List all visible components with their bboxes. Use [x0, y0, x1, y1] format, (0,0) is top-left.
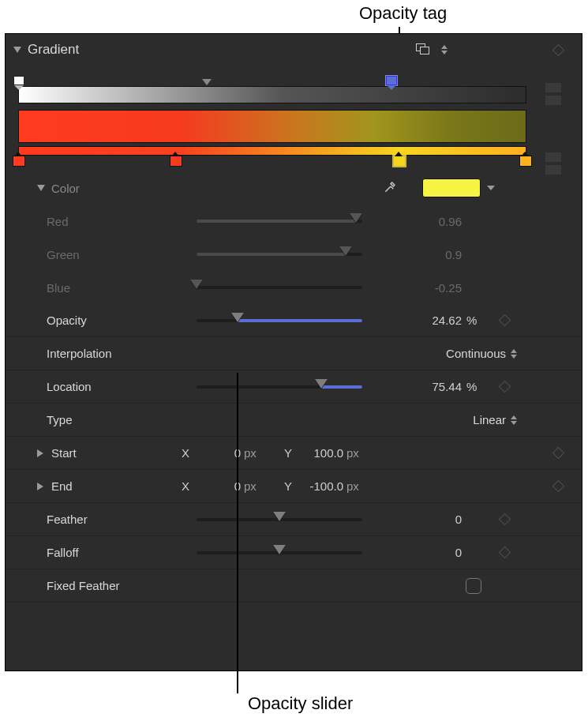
y-label: Y — [280, 446, 296, 460]
location-row: Location 75.44 % — [6, 370, 582, 404]
interpolation-row: Interpolation Continuous — [6, 337, 582, 370]
keyframe-control[interactable] — [542, 449, 574, 457]
eyedropper-icon[interactable] — [383, 178, 399, 198]
annotation-opacity-tag: Opacity tag — [359, 3, 447, 24]
opacity-value[interactable]: 24.62 — [378, 314, 465, 327]
red-row: Red 0.96 — [6, 205, 582, 238]
x-label: X — [178, 446, 193, 460]
gradient-section-header[interactable]: Gradient — [6, 34, 582, 66]
color-stop-4[interactable] — [520, 156, 531, 166]
keyframe-control[interactable] — [542, 46, 574, 54]
opacity-row: Opacity 24.62 % — [6, 304, 582, 337]
blue-row: Blue -0.25 — [6, 271, 582, 304]
popup-arrows-icon — [511, 415, 517, 425]
gradient-editor-area — [6, 66, 582, 160]
fixed-feather-label: Fixed Feather — [47, 579, 197, 592]
fixed-feather-checkbox[interactable] — [466, 578, 481, 594]
green-row: Green 0.9 — [6, 238, 582, 271]
px-unit: px — [343, 479, 367, 493]
opacity-tag-selected[interactable] — [386, 76, 397, 85]
blue-label: Blue — [47, 281, 197, 295]
color-label: Color — [51, 182, 201, 195]
opacity-distribute-icon[interactable] — [545, 83, 561, 92]
type-label: Type — [47, 413, 197, 426]
px-unit: px — [343, 446, 367, 460]
px-unit: px — [241, 479, 264, 493]
annotation-opacity-slider: Opacity slider — [248, 693, 353, 714]
disclosure-down-icon — [37, 185, 45, 191]
gradient-preview-bar[interactable] — [18, 110, 526, 143]
opacity-slider[interactable] — [197, 319, 362, 322]
green-label: Green — [47, 248, 197, 261]
red-value[interactable]: 0.96 — [378, 215, 465, 228]
opacity-tag-white[interactable] — [13, 76, 24, 85]
green-value[interactable]: 0.9 — [378, 248, 465, 261]
falloff-value[interactable]: 0 — [378, 546, 465, 559]
disclosure-down-icon — [13, 47, 21, 53]
color-distribute-icon[interactable] — [545, 152, 561, 162]
preset-dropdown-icon[interactable] — [416, 43, 430, 56]
red-label: Red — [47, 215, 197, 228]
color-well[interactable] — [422, 178, 481, 197]
type-row: Type Linear — [6, 404, 582, 437]
end-label: End — [51, 479, 178, 493]
section-title: Gradient — [28, 42, 178, 58]
end-x-value[interactable]: 0 — [193, 479, 241, 493]
keyframe-control[interactable] — [542, 482, 574, 490]
opacity-midpoint[interactable] — [202, 79, 212, 85]
interpolation-label: Interpolation — [47, 347, 197, 360]
end-row: End X 0 px Y -100.0 px — [6, 470, 582, 503]
color-stop-2[interactable] — [170, 156, 182, 166]
color-reverse-icon[interactable] — [545, 165, 561, 175]
color-gradient-bar[interactable] — [18, 146, 526, 156]
disclosure-right-icon[interactable] — [37, 483, 43, 490]
y-label: Y — [280, 479, 296, 493]
blue-value[interactable]: -0.25 — [378, 281, 465, 295]
color-stop-3-selected[interactable] — [394, 156, 405, 166]
gradient-inspector-panel: Gradient — [5, 33, 582, 671]
type-popup[interactable]: Linear — [411, 413, 506, 426]
opacity-gradient-bar[interactable] — [18, 86, 526, 103]
feather-label: Feather — [47, 513, 197, 526]
popup-arrows-icon — [511, 349, 517, 359]
green-slider[interactable] — [197, 253, 362, 256]
location-slider[interactable] — [197, 385, 362, 389]
location-value[interactable]: 75.44 — [378, 380, 465, 393]
feather-slider[interactable] — [197, 518, 362, 521]
chevron-down-icon[interactable] — [487, 186, 495, 190]
keyframe-control[interactable] — [489, 382, 520, 391]
opacity-unit: % — [465, 314, 489, 327]
start-x-value[interactable]: 0 — [193, 446, 241, 460]
start-y-value[interactable]: 100.0 — [296, 446, 343, 460]
end-y-value[interactable]: -100.0 — [296, 479, 343, 493]
opacity-label: Opacity — [47, 314, 197, 327]
callout-line — [237, 373, 238, 693]
falloff-label: Falloff — [47, 546, 197, 559]
blue-slider[interactable] — [197, 286, 362, 289]
interpolation-popup[interactable]: Continuous — [411, 347, 506, 360]
keyframe-control[interactable] — [489, 515, 520, 524]
red-slider[interactable] — [197, 220, 362, 223]
color-subsection-header[interactable]: Color — [6, 171, 582, 205]
falloff-slider[interactable] — [197, 551, 362, 554]
keyframe-control[interactable] — [489, 548, 520, 557]
keyframe-control[interactable] — [489, 316, 520, 325]
feather-value[interactable]: 0 — [378, 513, 465, 526]
color-stop-1[interactable] — [13, 156, 24, 166]
feather-row: Feather 0 — [6, 503, 582, 536]
popup-arrows-icon — [441, 45, 448, 54]
x-label: X — [178, 479, 193, 493]
falloff-row: Falloff 0 — [6, 536, 582, 569]
fixed-feather-row: Fixed Feather — [6, 569, 582, 603]
px-unit: px — [241, 446, 264, 460]
disclosure-right-icon[interactable] — [37, 449, 43, 457]
location-unit: % — [465, 380, 489, 393]
start-label: Start — [51, 446, 178, 460]
opacity-reverse-icon[interactable] — [545, 96, 561, 105]
start-row: Start X 0 px Y 100.0 px — [6, 437, 582, 470]
location-label: Location — [47, 380, 197, 393]
